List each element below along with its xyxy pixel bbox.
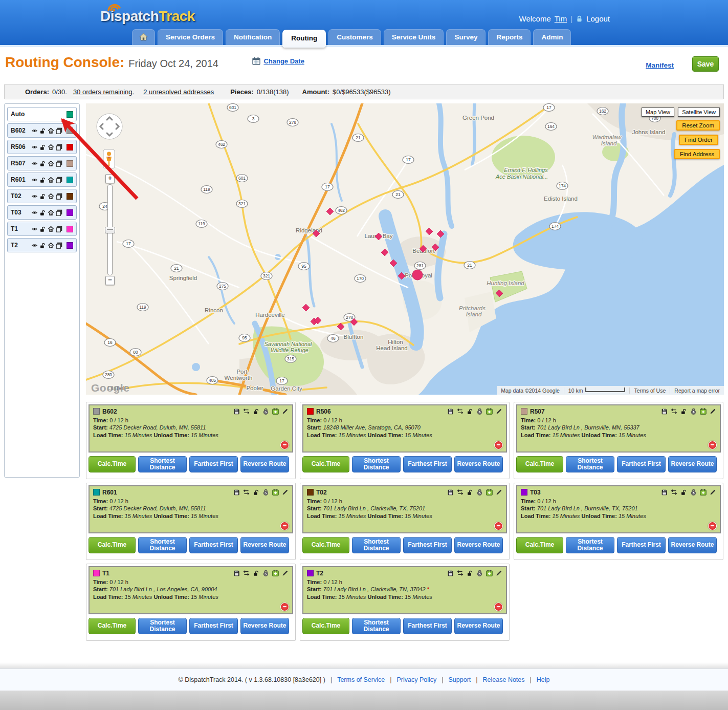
terms-of-service-link[interactable]: Terms of Service bbox=[337, 676, 385, 683]
terms-of-use-link[interactable]: Terms of Use bbox=[629, 388, 670, 394]
save-button[interactable]: Save bbox=[692, 56, 719, 72]
find-address-button[interactable]: Find Address bbox=[674, 149, 720, 159]
map-view-button[interactable]: Map View bbox=[642, 107, 674, 117]
edit-pencil-icon[interactable] bbox=[496, 570, 502, 576]
shortest-distance-button[interactable]: Shortest Distance bbox=[138, 537, 187, 553]
save-route-icon[interactable] bbox=[447, 570, 454, 576]
release-notes-link[interactable]: Release Notes bbox=[483, 676, 525, 683]
save-route-icon[interactable] bbox=[447, 408, 454, 415]
street-view-pegman[interactable] bbox=[103, 149, 115, 169]
edit-pencil-icon[interactable] bbox=[282, 570, 289, 576]
swap-routes-icon[interactable] bbox=[457, 408, 464, 415]
farthest-first-button[interactable]: Farthest First bbox=[189, 537, 238, 553]
shortest-distance-button[interactable]: Shortest Distance bbox=[138, 456, 187, 472]
truck-row-t2[interactable]: T2 bbox=[7, 238, 77, 252]
unlock-icon[interactable] bbox=[39, 144, 46, 150]
shortest-distance-button[interactable]: Shortest Distance bbox=[138, 618, 187, 634]
farthest-first-button[interactable]: Farthest First bbox=[189, 618, 238, 634]
swap-routes-icon[interactable] bbox=[243, 570, 250, 576]
time-lock-icon[interactable] bbox=[690, 408, 697, 415]
time-lock-icon[interactable] bbox=[262, 408, 269, 415]
duplicate-icon[interactable] bbox=[56, 177, 62, 183]
add-schedule-icon[interactable] bbox=[272, 489, 279, 496]
tab-customers[interactable]: Customers bbox=[328, 29, 381, 45]
swap-routes-icon[interactable] bbox=[243, 408, 250, 415]
calc-time-button[interactable]: Calc.Time bbox=[89, 456, 136, 472]
farthest-first-button[interactable]: Farthest First bbox=[189, 456, 238, 472]
edit-pencil-icon[interactable] bbox=[496, 408, 502, 415]
tab-admin[interactable]: Admin bbox=[533, 29, 571, 45]
calc-time-button[interactable]: Calc.Time bbox=[89, 537, 136, 553]
time-lock-icon[interactable] bbox=[262, 489, 269, 496]
edit-pencil-icon[interactable] bbox=[282, 408, 289, 415]
add-schedule-icon[interactable] bbox=[272, 408, 279, 415]
report-map-error-link[interactable]: Report a map error bbox=[670, 388, 724, 394]
visibility-eye-icon[interactable] bbox=[31, 160, 38, 167]
edit-pencil-icon[interactable] bbox=[496, 489, 502, 496]
manifest-link[interactable]: Manifest bbox=[646, 61, 674, 69]
remove-route-button[interactable]: − bbox=[494, 603, 503, 611]
tab-service-orders[interactable]: Service Orders bbox=[158, 29, 223, 45]
swap-routes-icon[interactable] bbox=[457, 570, 464, 576]
shortest-distance-button[interactable]: Shortest Distance bbox=[566, 456, 614, 472]
save-route-icon[interactable] bbox=[661, 489, 668, 496]
send-home-icon[interactable] bbox=[48, 144, 54, 150]
unlock-icon[interactable] bbox=[680, 408, 687, 415]
reverse-route-button[interactable]: Reverse Route bbox=[240, 456, 289, 472]
unlock-icon[interactable] bbox=[467, 489, 473, 496]
truck-row-r507[interactable]: R507 bbox=[7, 156, 77, 170]
save-route-icon[interactable] bbox=[233, 570, 240, 576]
save-route-icon[interactable] bbox=[661, 408, 668, 415]
visibility-eye-icon[interactable] bbox=[31, 209, 38, 216]
time-lock-icon[interactable] bbox=[262, 570, 269, 576]
map-pan-control[interactable] bbox=[96, 113, 123, 140]
duplicate-icon[interactable] bbox=[56, 160, 62, 167]
remove-route-button[interactable]: − bbox=[494, 522, 503, 530]
farthest-first-button[interactable]: Farthest First bbox=[617, 456, 666, 472]
support-link[interactable]: Support bbox=[449, 676, 471, 683]
send-home-icon[interactable] bbox=[48, 177, 54, 183]
swap-routes-icon[interactable] bbox=[457, 489, 464, 496]
duplicate-icon[interactable] bbox=[56, 209, 62, 216]
save-route-icon[interactable] bbox=[233, 408, 240, 415]
farthest-first-button[interactable]: Farthest First bbox=[403, 456, 452, 472]
add-schedule-icon[interactable] bbox=[486, 570, 493, 576]
visibility-eye-icon[interactable] bbox=[31, 127, 38, 134]
calc-time-button[interactable]: Calc.Time bbox=[302, 537, 349, 553]
change-date-link[interactable]: Change Date bbox=[263, 57, 304, 65]
send-home-icon[interactable] bbox=[48, 209, 54, 216]
unlock-icon[interactable] bbox=[253, 408, 259, 415]
satellite-view-button[interactable]: Satellite View bbox=[678, 107, 720, 117]
truck-row-t1[interactable]: T1 bbox=[7, 222, 77, 236]
farthest-first-button[interactable]: Farthest First bbox=[403, 537, 452, 553]
truck-row-t03[interactable]: T03 bbox=[7, 205, 77, 220]
visibility-eye-icon[interactable] bbox=[31, 193, 38, 200]
username-link[interactable]: Tim bbox=[555, 14, 567, 23]
unlock-icon[interactable] bbox=[680, 489, 687, 496]
send-home-icon[interactable] bbox=[48, 242, 54, 249]
unlock-icon[interactable] bbox=[253, 489, 259, 496]
unresolved-addresses-link[interactable]: 2 unresolved addresses bbox=[143, 88, 214, 96]
reverse-route-button[interactable]: Reverse Route bbox=[240, 618, 289, 634]
farthest-first-button[interactable]: Farthest First bbox=[403, 618, 452, 634]
time-lock-icon[interactable] bbox=[476, 570, 483, 576]
truck-row-r601[interactable]: R601 bbox=[7, 173, 77, 187]
order-cluster-pin[interactable] bbox=[412, 270, 423, 280]
visibility-eye-icon[interactable] bbox=[31, 144, 38, 150]
tab-routing[interactable]: Routing bbox=[282, 30, 326, 48]
tab-reports[interactable]: Reports bbox=[488, 29, 531, 45]
remove-route-button[interactable]: − bbox=[708, 441, 717, 449]
add-schedule-icon[interactable] bbox=[272, 570, 279, 576]
save-route-icon[interactable] bbox=[233, 489, 240, 496]
swap-routes-icon[interactable] bbox=[671, 408, 677, 415]
reverse-route-button[interactable]: Reverse Route bbox=[668, 456, 717, 472]
shortest-distance-button[interactable]: Shortest Distance bbox=[566, 537, 614, 553]
unlock-icon[interactable] bbox=[39, 226, 46, 232]
duplicate-icon[interactable] bbox=[56, 193, 62, 200]
remove-route-button[interactable]: − bbox=[494, 441, 503, 449]
tab-notification[interactable]: Notification bbox=[226, 29, 280, 45]
send-home-icon[interactable] bbox=[48, 226, 54, 232]
calc-time-button[interactable]: Calc.Time bbox=[302, 618, 349, 634]
unlock-icon[interactable] bbox=[39, 177, 46, 183]
unlock-icon[interactable] bbox=[467, 570, 473, 576]
